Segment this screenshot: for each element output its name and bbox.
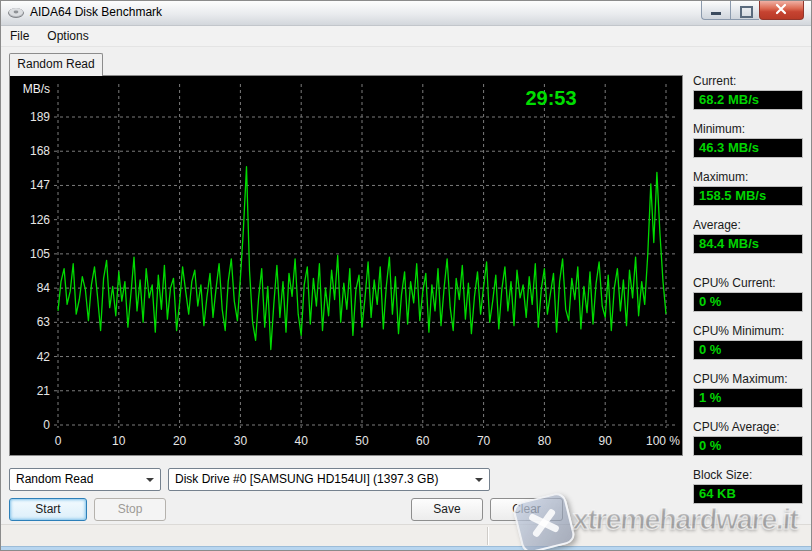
minimize-button[interactable] xyxy=(701,1,730,20)
clear-button[interactable]: Clear xyxy=(490,498,563,521)
svg-text:20: 20 xyxy=(173,434,187,448)
svg-text:90: 90 xyxy=(599,434,613,448)
svg-text:63: 63 xyxy=(37,315,51,329)
start-button[interactable]: Start xyxy=(9,498,87,521)
svg-text:126: 126 xyxy=(30,213,50,227)
minimize-icon xyxy=(711,12,721,15)
svg-text:0: 0 xyxy=(55,434,62,448)
menu-options[interactable]: Options xyxy=(38,27,97,45)
benchmark-chart: 0102030405060708090100 %1891681471261058… xyxy=(10,76,682,454)
svg-text:21: 21 xyxy=(37,384,51,398)
stat-label: CPU% Average: xyxy=(693,420,803,435)
window-controls xyxy=(701,1,804,21)
svg-text:10: 10 xyxy=(112,434,126,448)
stat-maximum: Maximum: 158.5 MB/s xyxy=(693,170,803,206)
stat-value: 1 % xyxy=(693,388,803,408)
svg-text:50: 50 xyxy=(355,434,369,448)
maximize-icon xyxy=(740,6,753,18)
stat-label: CPU% Maximum: xyxy=(693,372,803,387)
close-button[interactable] xyxy=(759,1,804,20)
benchmark-type-value: Random Read xyxy=(16,472,93,486)
svg-text:60: 60 xyxy=(416,434,430,448)
stat-value: 68.2 MB/s xyxy=(693,90,803,110)
stat-value: 46.3 MB/s xyxy=(693,138,803,158)
stop-button[interactable]: Stop xyxy=(94,498,166,521)
stat-minimum: Minimum: 46.3 MB/s xyxy=(693,122,803,158)
stat-cpu-minimum: CPU% Minimum: 0 % xyxy=(693,324,803,360)
window-title: AIDA64 Disk Benchmark xyxy=(30,5,162,19)
stat-label: Maximum: xyxy=(693,170,803,185)
close-icon xyxy=(760,1,803,18)
status-bar xyxy=(1,524,811,547)
chevron-down-icon xyxy=(146,478,154,482)
chart-panel: 0102030405060708090100 %1891681471261058… xyxy=(9,75,683,456)
stat-average: Average: 84.4 MB/s xyxy=(693,218,803,254)
title-bar[interactable]: AIDA64 Disk Benchmark xyxy=(1,1,811,26)
stat-label: CPU% Current: xyxy=(693,276,803,291)
svg-text:84: 84 xyxy=(37,281,51,295)
save-button[interactable]: Save xyxy=(411,498,483,521)
maximize-button[interactable] xyxy=(730,1,759,20)
svg-text:147: 147 xyxy=(30,178,50,192)
menu-file[interactable]: File xyxy=(1,27,38,45)
benchmark-type-select[interactable]: Random Read xyxy=(9,468,161,491)
drive-select[interactable]: Disk Drive #0 [SAMSUNG HD154UI] (1397.3 … xyxy=(168,468,490,491)
svg-text:70: 70 xyxy=(477,434,491,448)
svg-text:168: 168 xyxy=(30,144,50,158)
stat-block-size: Block Size: 64 KB xyxy=(693,468,803,504)
stat-value: 0 % xyxy=(693,340,803,360)
svg-text:0: 0 xyxy=(43,418,50,432)
stat-cpu-average: CPU% Average: 0 % xyxy=(693,420,803,456)
window-bottom-border xyxy=(1,546,811,551)
stat-value: 84.4 MB/s xyxy=(693,234,803,254)
svg-text:42: 42 xyxy=(37,350,51,364)
stat-label: Minimum: xyxy=(693,122,803,137)
svg-text:80: 80 xyxy=(538,434,552,448)
svg-text:189: 189 xyxy=(30,110,50,124)
stat-value: 0 % xyxy=(693,292,803,312)
svg-text:29:53: 29:53 xyxy=(525,87,576,109)
stat-current: Current: 68.2 MB/s xyxy=(693,74,803,110)
svg-text:40: 40 xyxy=(295,434,309,448)
stat-value: 0 % xyxy=(693,436,803,456)
disk-icon xyxy=(8,6,24,20)
svg-text:100 %: 100 % xyxy=(646,434,680,448)
svg-text:105: 105 xyxy=(30,247,50,261)
menu-bar: File Options xyxy=(1,26,811,47)
stat-label: CPU% Minimum: xyxy=(693,324,803,339)
app-window: AIDA64 Disk Benchmark File Options Rando… xyxy=(0,0,812,551)
stat-value: 158.5 MB/s xyxy=(693,186,803,206)
status-bar-divider xyxy=(487,527,489,545)
stat-value: 64 KB xyxy=(693,484,803,504)
drive-select-value: Disk Drive #0 [SAMSUNG HD154UI] (1397.3 … xyxy=(175,472,438,486)
stat-label: Block Size: xyxy=(693,468,803,483)
stat-label: Average: xyxy=(693,218,803,233)
stat-label: Current: xyxy=(693,74,803,89)
stat-cpu-current: CPU% Current: 0 % xyxy=(693,276,803,312)
svg-text:30: 30 xyxy=(234,434,248,448)
chevron-down-icon xyxy=(475,478,483,482)
tab-random-read[interactable]: Random Read xyxy=(9,53,103,76)
svg-text:MB/s: MB/s xyxy=(23,82,50,96)
stat-cpu-maximum: CPU% Maximum: 1 % xyxy=(693,372,803,408)
